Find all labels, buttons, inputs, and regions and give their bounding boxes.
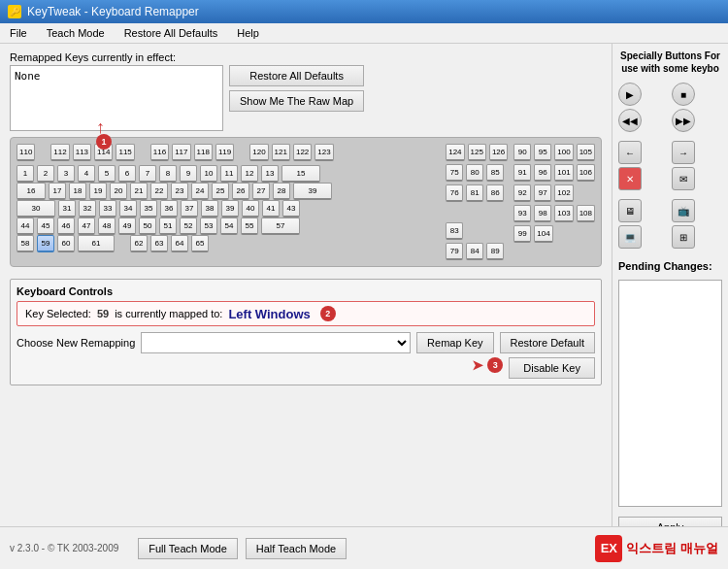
key-96[interactable]: 96	[534, 164, 551, 182]
special-btn-pc[interactable]: 💻	[618, 225, 642, 249]
key-91[interactable]: 91	[513, 164, 531, 182]
key-46[interactable]: 46	[57, 218, 75, 235]
special-btn-play[interactable]: ▶	[618, 83, 642, 106]
key-89[interactable]: 89	[486, 243, 504, 260]
key-83[interactable]: 83	[446, 222, 463, 240]
key-27[interactable]: 27	[252, 183, 270, 200]
key-65[interactable]: 65	[191, 235, 209, 252]
key-31[interactable]: 31	[58, 200, 76, 218]
key-81[interactable]: 81	[466, 184, 483, 202]
key-122[interactable]: 122	[293, 144, 312, 161]
key-116[interactable]: 116	[150, 144, 169, 161]
key-8[interactable]: 8	[159, 165, 177, 183]
key-43[interactable]: 43	[282, 200, 300, 218]
key-17[interactable]: 17	[49, 183, 66, 200]
key-28[interactable]: 28	[273, 183, 290, 200]
key-85[interactable]: 85	[486, 164, 504, 182]
special-btn-mail[interactable]: ✉	[672, 167, 695, 190]
key-84[interactable]: 84	[466, 243, 483, 260]
key-2[interactable]: 2	[37, 165, 54, 183]
key-75[interactable]: 75	[446, 164, 463, 182]
key-23[interactable]: 23	[171, 183, 188, 200]
key-110[interactable]: 110	[17, 144, 35, 161]
key-1[interactable]: 1	[17, 165, 34, 183]
key-20[interactable]: 20	[110, 183, 127, 200]
key-10[interactable]: 10	[200, 165, 217, 183]
key-33[interactable]: 33	[99, 200, 116, 218]
key-41[interactable]: 41	[262, 200, 280, 218]
show-raw-map-button[interactable]: Show Me The Raw Map	[229, 90, 364, 112]
key-6[interactable]: 6	[118, 165, 136, 183]
key-7[interactable]: 7	[139, 165, 156, 183]
key-49[interactable]: 49	[118, 218, 136, 235]
key-101[interactable]: 101	[554, 164, 573, 182]
key-36[interactable]: 36	[160, 200, 178, 218]
key-50[interactable]: 50	[139, 218, 156, 235]
key-117[interactable]: 117	[172, 144, 190, 161]
key-103[interactable]: 103	[554, 205, 573, 222]
key-11[interactable]: 11	[220, 165, 238, 183]
key-104[interactable]: 104	[534, 225, 552, 243]
menu-help[interactable]: Help	[233, 25, 263, 41]
key-35[interactable]: 35	[140, 200, 157, 218]
key-115[interactable]: 115	[116, 144, 134, 161]
key-38[interactable]: 38	[201, 200, 218, 218]
key-21[interactable]: 21	[130, 183, 148, 200]
key-32[interactable]: 32	[79, 200, 96, 218]
key-106[interactable]: 106	[577, 164, 595, 182]
key-19[interactable]: 19	[89, 183, 107, 200]
key-61[interactable]: 61	[78, 235, 115, 252]
key-16[interactable]: 16	[17, 183, 46, 200]
key-18[interactable]: 18	[69, 183, 86, 200]
key-48[interactable]: 48	[98, 218, 116, 235]
key-112[interactable]: 112	[50, 144, 69, 161]
key-100[interactable]: 100	[554, 144, 573, 161]
key-105[interactable]: 105	[577, 144, 595, 161]
key-59[interactable]: 59	[37, 235, 54, 252]
key-57[interactable]: 57	[261, 218, 300, 235]
key-30[interactable]: 30	[17, 200, 55, 218]
key-108[interactable]: 108	[577, 205, 595, 222]
key-47[interactable]: 47	[78, 218, 95, 235]
key-125[interactable]: 125	[468, 144, 486, 161]
key-37[interactable]: 37	[181, 200, 198, 218]
key-25[interactable]: 25	[212, 183, 229, 200]
key-5[interactable]: 5	[98, 165, 116, 183]
half-teach-button[interactable]: Half Teach Mode	[246, 538, 347, 559]
key-76[interactable]: 76	[446, 184, 463, 202]
key-93[interactable]: 93	[513, 205, 531, 222]
key-119[interactable]: 119	[215, 144, 234, 161]
remapped-textarea[interactable]: None	[10, 65, 223, 131]
key-12[interactable]: 12	[241, 165, 258, 183]
menu-restore-all-defaults[interactable]: Restore All Defaults	[120, 25, 222, 41]
key-26[interactable]: 26	[232, 183, 249, 200]
key-3[interactable]: 3	[57, 165, 75, 183]
key-95[interactable]: 95	[534, 144, 551, 161]
key-52[interactable]: 52	[180, 218, 197, 235]
key-102[interactable]: 102	[554, 184, 573, 202]
special-btn-stop[interactable]: ■	[672, 83, 695, 106]
remap-key-button[interactable]: Remap Key	[416, 332, 493, 353]
disable-key-button[interactable]: Disable Key	[509, 357, 595, 379]
menu-teach-mode[interactable]: Teach Mode	[43, 25, 109, 41]
key-58[interactable]: 58	[17, 235, 34, 252]
key-79[interactable]: 79	[446, 243, 463, 260]
key-24[interactable]: 24	[191, 183, 209, 200]
full-teach-button[interactable]: Full Teach Mode	[138, 538, 238, 559]
key-34[interactable]: 34	[119, 200, 137, 218]
key-63[interactable]: 63	[150, 235, 168, 252]
key-39b[interactable]: 39	[221, 200, 239, 218]
key-44[interactable]: 44	[17, 218, 34, 235]
key-60[interactable]: 60	[57, 235, 75, 252]
key-126[interactable]: 126	[489, 144, 508, 161]
key-113[interactable]: 113	[73, 144, 91, 161]
key-55[interactable]: 55	[241, 218, 258, 235]
key-45[interactable]: 45	[37, 218, 54, 235]
key-86[interactable]: 86	[486, 184, 504, 202]
key-124[interactable]: 124	[446, 144, 464, 161]
key-64[interactable]: 64	[171, 235, 188, 252]
key-4[interactable]: 4	[78, 165, 95, 183]
key-120[interactable]: 120	[249, 144, 268, 161]
special-btn-screen[interactable]: 📺	[672, 199, 695, 222]
key-51[interactable]: 51	[159, 218, 177, 235]
